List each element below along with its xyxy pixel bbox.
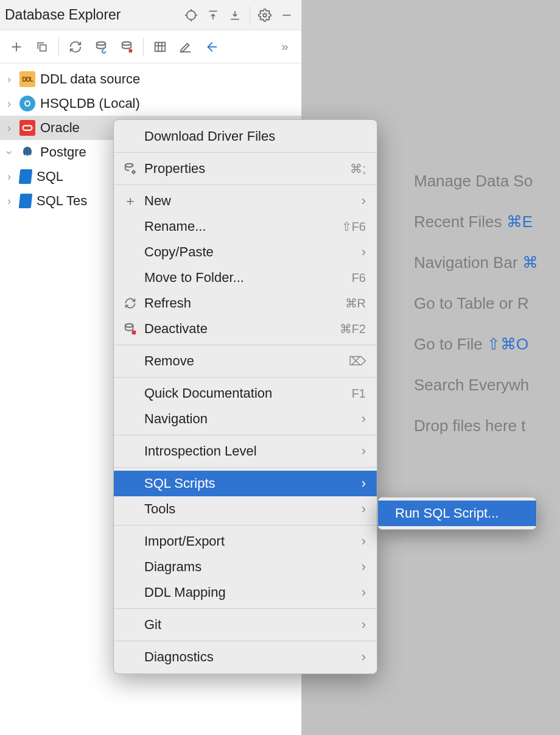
svg-rect-24 (23, 125, 32, 130)
add-icon[interactable] (6, 37, 27, 57)
menu-download-driver[interactable]: Download Driver Files (114, 124, 377, 149)
menu-deactivate[interactable]: Deactivate ⌘F2 (114, 316, 377, 342)
menu-copy-paste[interactable]: Copy/Paste › (114, 239, 377, 265)
menu-label: Git (144, 617, 351, 633)
tree-label: Oracle (40, 120, 80, 136)
chevron-right-icon: › (4, 195, 15, 208)
target-icon[interactable] (182, 6, 200, 24)
shortcut: ⌘R (345, 296, 366, 311)
svg-rect-13 (40, 44, 46, 51)
submenu-run-sql-script[interactable]: Run SQL Script... (378, 501, 536, 526)
svg-rect-28 (132, 331, 136, 334)
menu-label: Download Driver Files (144, 128, 366, 144)
collapse-all-icon[interactable] (226, 6, 244, 24)
svg-rect-17 (155, 42, 166, 51)
tree-row-hsqldb[interactable]: › HSQLDB (Local) (0, 91, 301, 116)
copy-icon[interactable] (32, 37, 52, 57)
menu-label: Refresh (144, 295, 339, 311)
menu-move-to-folder[interactable]: Move to Folder... F6 (114, 265, 377, 290)
menu-remove[interactable]: Remove ⌦ (114, 348, 377, 374)
db-settings-icon (122, 162, 138, 175)
plus-icon: ＋ (122, 192, 138, 210)
menu-import-export[interactable]: Import/Export › (114, 529, 377, 554)
menu-diagrams[interactable]: Diagrams › (114, 554, 377, 580)
menu-navigation[interactable]: Navigation › (114, 406, 377, 432)
menu-label: Run SQL Script... (387, 505, 525, 521)
separator (250, 6, 250, 24)
chevron-right-icon: › (357, 411, 366, 427)
table-icon[interactable] (150, 37, 170, 57)
chevron-right-icon: › (357, 244, 366, 260)
refresh-icon[interactable] (65, 37, 86, 57)
menu-ddl-mapping[interactable]: DDL Mapping › (114, 580, 377, 605)
separator (114, 641, 377, 641)
hint-goto-file: Go to File ⇧⌘O (414, 335, 538, 354)
more-icon[interactable]: » (275, 37, 295, 57)
sqlite-icon (19, 169, 33, 184)
db-stop-icon (122, 322, 138, 336)
menu-label: New (144, 193, 351, 209)
hint-navigation-bar: Navigation Bar ⌘ (414, 253, 538, 272)
menu-label: Quick Documentation (144, 385, 346, 401)
db-refresh-icon[interactable] (91, 37, 111, 57)
separator (114, 467, 377, 468)
hint-manage-data-sources: Manage Data So (414, 172, 538, 191)
context-menu: Download Driver Files Properties ⌘; ＋ Ne… (113, 119, 377, 674)
chevron-right-icon: › (357, 649, 366, 665)
edit-icon[interactable] (175, 37, 196, 57)
chevron-right-icon: › (357, 501, 366, 517)
menu-new[interactable]: ＋ New › (114, 188, 377, 214)
menu-label: Move to Folder... (144, 270, 346, 286)
chevron-down-icon: › (3, 147, 16, 158)
jump-to-source-icon[interactable] (201, 37, 222, 57)
menu-label: Deactivate (144, 321, 334, 337)
shortcut: ⇧F6 (341, 219, 366, 234)
svg-point-27 (125, 324, 133, 328)
shortcut: ⌘; (350, 161, 366, 176)
hint-drop-files: Drop files here t (414, 417, 538, 435)
menu-label: Import/Export (144, 533, 351, 549)
menu-git[interactable]: Git › (114, 612, 377, 638)
chevron-right-icon: › (4, 171, 15, 183)
menu-rename[interactable]: Rename... ⇧F6 (114, 214, 377, 239)
menu-label: Properties (144, 161, 344, 177)
tree-row-ddl[interactable]: › DDL DDL data source (0, 67, 301, 91)
chevron-right-icon: › (357, 193, 366, 209)
minimize-icon[interactable] (278, 6, 296, 24)
menu-label: Remove (144, 353, 343, 369)
chevron-right-icon: › (357, 585, 366, 600)
gear-icon[interactable] (256, 6, 274, 24)
separator (114, 435, 377, 435)
menu-sql-scripts[interactable]: SQL Scripts › (114, 471, 377, 496)
menu-diagnostics[interactable]: Diagnostics › (114, 644, 377, 670)
postgres-icon (19, 144, 35, 160)
separator (114, 377, 377, 378)
refresh-icon (122, 297, 138, 309)
menu-label: Navigation (144, 411, 351, 427)
db-stop-icon[interactable] (116, 37, 137, 57)
menu-refresh[interactable]: Refresh ⌘R (114, 290, 377, 316)
chevron-right-icon: › (357, 617, 366, 633)
tree-label: Postgre (40, 144, 86, 160)
shortcut: ⌦ (349, 354, 366, 368)
svg-point-14 (97, 41, 106, 45)
hint-search-everywhere: Search Everywh (414, 376, 538, 395)
separator (114, 152, 377, 153)
hint-goto-table: Go to Table or R (414, 294, 538, 313)
separator (114, 525, 377, 526)
hsqldb-icon (19, 96, 35, 111)
menu-quick-doc[interactable]: Quick Documentation F1 (114, 381, 377, 406)
menu-properties[interactable]: Properties ⌘; (114, 156, 377, 181)
menu-label: Copy/Paste (144, 244, 351, 260)
menu-label: Introspection Level (144, 443, 351, 459)
chevron-right-icon: › (4, 97, 15, 110)
svg-point-23 (25, 101, 30, 106)
svg-point-25 (125, 164, 133, 167)
menu-tools[interactable]: Tools › (114, 496, 377, 522)
svg-rect-16 (129, 49, 133, 52)
expand-all-icon[interactable] (204, 6, 222, 24)
menu-introspection[interactable]: Introspection Level › (114, 438, 377, 464)
menu-label: DDL Mapping (144, 585, 351, 600)
menu-label: Diagrams (144, 559, 351, 575)
chevron-right-icon: › (4, 73, 15, 86)
